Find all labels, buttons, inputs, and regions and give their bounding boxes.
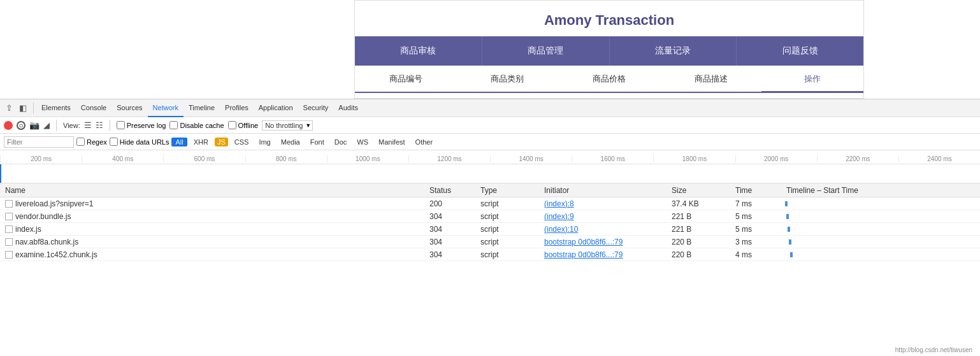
td-name-text-2: index.js <box>15 225 41 234</box>
inspect-icon[interactable]: ⇧ <box>3 102 15 115</box>
th-size[interactable]: Size <box>669 186 733 195</box>
td-status-0: 200 <box>427 199 478 208</box>
td-name-1: vendor.bundle.js <box>0 212 427 221</box>
nav-item-1[interactable]: 商品管理 <box>482 36 610 66</box>
filter-xhr[interactable]: XHR <box>190 138 212 146</box>
preserve-log-checkbox[interactable] <box>117 121 125 129</box>
camera-icon[interactable]: 📷 <box>29 120 40 130</box>
filter-icon[interactable]: ◢ <box>43 120 50 130</box>
td-name-text-3: nav.abf8a.chunk.js <box>15 238 78 246</box>
preserve-log-label[interactable]: Preserve log <box>117 121 166 129</box>
filter-css[interactable]: CSS <box>231 138 253 146</box>
ruler-0: 200 ms <box>0 155 82 162</box>
grid-view-icon[interactable]: ☷ <box>96 120 103 130</box>
regex-checkbox[interactable] <box>76 138 85 146</box>
th-type[interactable]: Type <box>478 186 542 195</box>
ruler-5: 1200 ms <box>408 155 490 162</box>
th-timeline[interactable]: Timeline – Start Time <box>784 186 980 195</box>
td-type-0: script <box>478 199 542 208</box>
td-initiator-0[interactable]: (index):8 <box>542 199 669 208</box>
td-size-2: 221 B <box>669 225 733 234</box>
td-initiator-2[interactable]: (index):10 <box>542 225 669 234</box>
nav-item-3[interactable]: 问题反馈 <box>737 36 863 66</box>
filter-all[interactable]: All <box>171 138 187 146</box>
filter-doc[interactable]: Doc <box>331 138 351 146</box>
regex-text: Regex <box>87 138 107 146</box>
td-time-1: 5 ms <box>733 212 784 221</box>
filter-font[interactable]: Font <box>306 138 328 146</box>
separator-2 <box>56 120 57 131</box>
list-view-icon[interactable]: ☰ <box>84 120 92 130</box>
th-time[interactable]: Time <box>733 186 784 195</box>
filter-bar: Regex Hide data URLs All XHR JS CSS Img … <box>0 134 980 150</box>
disable-cache-label[interactable]: Disable cache <box>169 121 224 129</box>
tab-network[interactable]: Network <box>148 99 184 117</box>
td-name-4: examine.1c452.chunk.js <box>0 250 427 259</box>
td-size-3: 220 B <box>669 238 733 246</box>
offline-label[interactable]: Offline <box>228 121 259 129</box>
filter-img[interactable]: Img <box>255 138 274 146</box>
separator-3 <box>110 120 110 131</box>
td-name-text-4: examine.1c452.chunk.js <box>15 250 97 259</box>
tab-audits[interactable]: Audits <box>333 99 363 117</box>
tab-timeline[interactable]: Timeline <box>184 99 220 117</box>
th-col-3: 商品描述 <box>660 67 762 92</box>
clear-button[interactable]: ○ <box>17 121 25 130</box>
th-initiator[interactable]: Initiator <box>542 186 669 195</box>
ruler-7: 1600 ms <box>572 155 653 162</box>
td-initiator-1[interactable]: (index):9 <box>542 212 669 221</box>
device-icon[interactable]: ◧ <box>17 102 29 115</box>
filter-manifest[interactable]: Manifest <box>375 138 409 146</box>
td-timeline-0 <box>784 197 980 210</box>
table-row[interactable]: livereload.js?snipver=1 200 script (inde… <box>0 197 980 210</box>
filter-ws[interactable]: WS <box>353 138 372 146</box>
disable-cache-text: Disable cache <box>180 122 224 129</box>
regex-label[interactable]: Regex <box>76 138 107 146</box>
hide-data-urls-text: Hide data URLs <box>120 138 169 146</box>
devtools-panel: ⇧ ◧ Elements Console Sources Network Tim… <box>0 99 980 356</box>
td-initiator-4[interactable]: bootstrap 0d0b8f6...:79 <box>542 250 669 259</box>
tab-console[interactable]: Console <box>76 99 112 117</box>
record-button[interactable] <box>4 121 13 130</box>
th-name[interactable]: Name <box>0 186 427 195</box>
timeline-bar-4 <box>790 252 793 257</box>
filter-media[interactable]: Media <box>277 138 304 146</box>
throttle-select[interactable]: No throttling <box>262 120 313 131</box>
tab-elements[interactable]: Elements <box>36 99 76 117</box>
td-name-0: livereload.js?snipver=1 <box>0 199 427 208</box>
table-row[interactable]: examine.1c452.chunk.js 304 script bootst… <box>0 248 980 261</box>
filter-other[interactable]: Other <box>412 138 437 146</box>
table-row[interactable]: index.js 304 script (index):10 221 B 5 m… <box>0 223 980 236</box>
filter-js[interactable]: JS <box>215 138 228 146</box>
ruler-3: 800 ms <box>245 155 327 162</box>
hide-data-urls-checkbox[interactable] <box>110 138 118 146</box>
tab-sources[interactable]: Sources <box>112 99 147 117</box>
td-time-0: 7 ms <box>733 199 784 208</box>
td-name-text-0: livereload.js?snipver=1 <box>15 199 93 208</box>
th-status[interactable]: Status <box>427 186 478 195</box>
td-initiator-3[interactable]: bootstrap 0d0b8f6...:79 <box>542 238 669 246</box>
file-icon-0 <box>5 200 13 208</box>
timeline-bar-3 <box>789 239 791 245</box>
nav-item-2[interactable]: 流量记录 <box>610 36 737 66</box>
tab-application[interactable]: Application <box>254 99 298 117</box>
tab-security[interactable]: Security <box>298 99 334 117</box>
filter-input[interactable] <box>4 136 74 148</box>
td-name-2: index.js <box>0 225 427 234</box>
table-row[interactable]: nav.abf8a.chunk.js 304 script bootstrap … <box>0 236 980 248</box>
tab-profiles[interactable]: Profiles <box>220 99 254 117</box>
td-status-3: 304 <box>427 238 478 246</box>
disable-cache-checkbox[interactable] <box>169 121 178 129</box>
nav-item-0[interactable]: 商品审核 <box>355 36 482 66</box>
timeline-bar-1 <box>786 214 789 219</box>
ruler-8: 1800 ms <box>653 155 735 162</box>
th-col-4: 操作 <box>761 67 863 93</box>
table-row[interactable]: vendor.bundle.js 304 script (index):9 22… <box>0 210 980 223</box>
td-size-4: 220 B <box>669 250 733 259</box>
view-label: View: <box>63 122 80 129</box>
td-type-4: script <box>478 250 542 259</box>
th-col-1: 商品类别 <box>457 67 559 92</box>
td-time-3: 3 ms <box>733 238 784 246</box>
offline-checkbox[interactable] <box>228 121 236 129</box>
hide-data-urls-label[interactable]: Hide data URLs <box>110 138 169 146</box>
